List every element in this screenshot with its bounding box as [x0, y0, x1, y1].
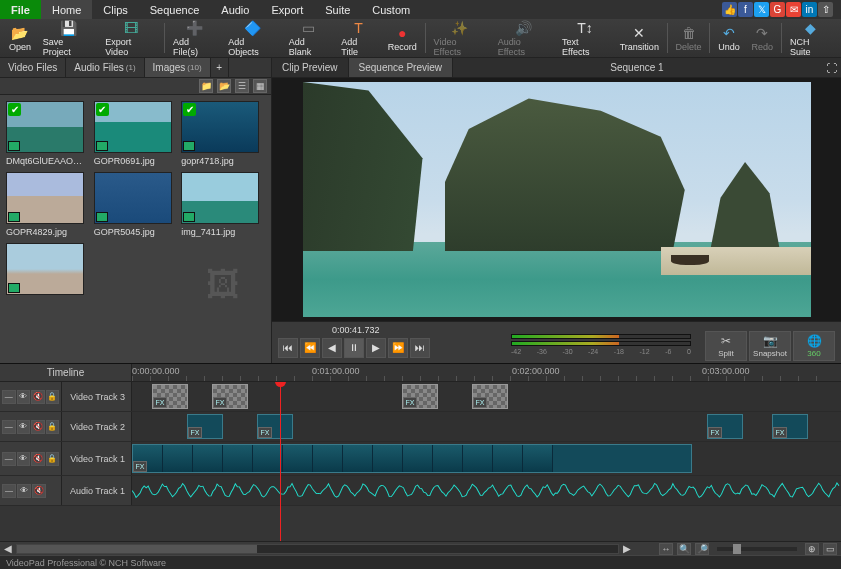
- track-ctl-icon[interactable]: 🔇: [31, 390, 45, 404]
- zoom-slider[interactable]: [717, 547, 797, 551]
- timeline-clip[interactable]: FX: [187, 414, 223, 439]
- track-ctl-icon[interactable]: 🔒: [46, 390, 60, 404]
- bin-tab-images[interactable]: Images (10): [145, 58, 211, 77]
- bin-tab-audio-files[interactable]: Audio Files (1): [66, 58, 144, 77]
- media-thumb[interactable]: GOPR4829.jpg: [6, 172, 90, 237]
- track-lane[interactable]: FXFXFXFX: [132, 382, 841, 411]
- track-ctl-icon[interactable]: 👁: [17, 484, 31, 498]
- menu-sequence[interactable]: Sequence: [139, 0, 211, 19]
- social-icon[interactable]: G: [770, 2, 785, 17]
- add-objects-button[interactable]: 🔷Add Objects: [222, 20, 283, 57]
- save-project-button[interactable]: 💾Save Project: [37, 20, 99, 57]
- timeline-clip[interactable]: FX: [257, 414, 293, 439]
- zoom-reset-icon[interactable]: ⊕: [805, 543, 819, 555]
- menu-clips[interactable]: Clips: [92, 0, 138, 19]
- tab-sequence-preview[interactable]: Sequence Preview: [349, 58, 453, 77]
- export-video-button[interactable]: 🎞Export Video: [99, 20, 162, 57]
- track-lane[interactable]: [132, 476, 841, 505]
- snapshot-button[interactable]: 📷Snapshot: [749, 331, 791, 361]
- social-icon[interactable]: in: [802, 2, 817, 17]
- media-thumb[interactable]: [6, 243, 90, 298]
- timeline-clip[interactable]: FX: [707, 414, 743, 439]
- step-fwd-button[interactable]: ⏩: [388, 338, 408, 358]
- storyboard-icon[interactable]: ▭: [823, 543, 837, 555]
- transition-button[interactable]: ✕Transition: [614, 20, 665, 57]
- nch-suite-button[interactable]: ◆NCH Suite: [784, 20, 838, 57]
- track-ctl-icon[interactable]: —: [2, 484, 16, 498]
- menu-suite[interactable]: Suite: [314, 0, 361, 19]
- track-ctl-icon[interactable]: 🔇: [32, 484, 46, 498]
- text-effects-button[interactable]: T↕Text Effects: [556, 20, 614, 57]
- track-ctl-icon[interactable]: 🔒: [46, 420, 60, 434]
- menu-audio[interactable]: Audio: [210, 0, 260, 19]
- goto-end-button[interactable]: ⏭: [410, 338, 430, 358]
- media-thumb[interactable]: gopr4718.jpg: [181, 101, 265, 166]
- timeline-clip[interactable]: FX: [212, 384, 248, 409]
- play-button[interactable]: ▶: [366, 338, 386, 358]
- bin-folder-add-icon[interactable]: 📂: [217, 79, 231, 93]
- transport-bar: 0:00:41.732 ⏮ ⏪ ◀ ⏸ ▶ ⏩ ⏭ -42-36-30-24-1…: [272, 321, 841, 363]
- timeline-scroll: ◀ ▶ ↔ 🔍 🔎 ⊕ ▭: [0, 541, 841, 555]
- menubar: FileHomeClipsSequenceAudioExportSuiteCus…: [0, 0, 841, 19]
- media-thumb[interactable]: DMqt6GlUEAAO2ET.jpg: [6, 101, 90, 166]
- fit-icon[interactable]: ↔: [659, 543, 673, 555]
- bin-tab-video-files[interactable]: Video Files: [0, 58, 66, 77]
- h-scrollbar[interactable]: [16, 544, 619, 554]
- timeline-clip[interactable]: FX: [132, 444, 692, 473]
- social-icon[interactable]: 👍: [722, 2, 737, 17]
- menu-export[interactable]: Export: [260, 0, 314, 19]
- track-ctl-icon[interactable]: —: [2, 452, 16, 466]
- prev-frame-button[interactable]: ⏪: [300, 338, 320, 358]
- open-button[interactable]: 📂Open: [3, 20, 37, 57]
- social-icon[interactable]: 𝕏: [754, 2, 769, 17]
- 360-button[interactable]: 🌐360: [793, 331, 835, 361]
- social-icon[interactable]: ⇧: [818, 2, 833, 17]
- step-back-button[interactable]: ◀: [322, 338, 342, 358]
- menu-home[interactable]: Home: [41, 0, 92, 19]
- add-file-s--button[interactable]: ➕Add File(s): [167, 20, 222, 57]
- undo-button[interactable]: ↶Undo: [712, 20, 745, 57]
- expand-icon[interactable]: ⛶: [821, 58, 841, 77]
- track-ctl-icon[interactable]: —: [2, 420, 16, 434]
- track-lane[interactable]: FX: [132, 442, 841, 475]
- bin-folder-icon[interactable]: 📁: [199, 79, 213, 93]
- media-thumb[interactable]: GOPR5045.jpg: [94, 172, 178, 237]
- social-icon[interactable]: ✉: [786, 2, 801, 17]
- goto-start-button[interactable]: ⏮: [278, 338, 298, 358]
- track-ctl-icon[interactable]: —: [2, 390, 16, 404]
- track-ctl-icon[interactable]: 🔇: [31, 452, 45, 466]
- zoom-in-icon[interactable]: 🔎: [695, 543, 709, 555]
- timeline-ruler[interactable]: 0:00:00.0000:01:00.0000:02:00.0000:03:00…: [132, 364, 841, 381]
- add-blank-button[interactable]: ▭Add Blank: [283, 20, 336, 57]
- zoom-out-icon[interactable]: 🔍: [677, 543, 691, 555]
- add-title-button[interactable]: TAdd Title: [335, 20, 382, 57]
- track-name: Video Track 3: [62, 382, 132, 411]
- track-ctl-icon[interactable]: 👁: [17, 420, 31, 434]
- media-thumb[interactable]: img_7411.jpg: [181, 172, 265, 237]
- timeline-clip[interactable]: FX: [402, 384, 438, 409]
- split-button[interactable]: ✂Split: [705, 331, 747, 361]
- tab-clip-preview[interactable]: Clip Preview: [272, 58, 349, 77]
- bin-tab-add[interactable]: +: [211, 58, 229, 77]
- media-thumb[interactable]: GOPR0691.jpg: [94, 101, 178, 166]
- menu-custom[interactable]: Custom: [361, 0, 421, 19]
- track-ctl-icon[interactable]: 👁: [17, 452, 31, 466]
- preview-viewport[interactable]: [272, 78, 841, 321]
- bin-grid-icon[interactable]: ▦: [253, 79, 267, 93]
- bin-list-icon[interactable]: ☰: [235, 79, 249, 93]
- record-button[interactable]: ●Record: [382, 20, 423, 57]
- track-lane[interactable]: FXFXFXFX: [132, 412, 841, 441]
- playhead[interactable]: [280, 382, 281, 541]
- timeline-clip[interactable]: FX: [152, 384, 188, 409]
- pause-button[interactable]: ⏸: [344, 338, 364, 358]
- video-effects-button: ✨Video Effects: [428, 20, 492, 57]
- timeline-clip[interactable]: FX: [472, 384, 508, 409]
- timeline-clip[interactable]: FX: [772, 414, 808, 439]
- bin-tabs: Video FilesAudio Files (1)Images (10)+: [0, 58, 271, 78]
- menu-file[interactable]: File: [0, 0, 41, 19]
- track-ctl-icon[interactable]: 🔒: [46, 452, 60, 466]
- track-ctl-icon[interactable]: 👁: [17, 390, 31, 404]
- social-icons: 👍f𝕏G✉in⇧: [722, 0, 841, 19]
- track-ctl-icon[interactable]: 🔇: [31, 420, 45, 434]
- social-icon[interactable]: f: [738, 2, 753, 17]
